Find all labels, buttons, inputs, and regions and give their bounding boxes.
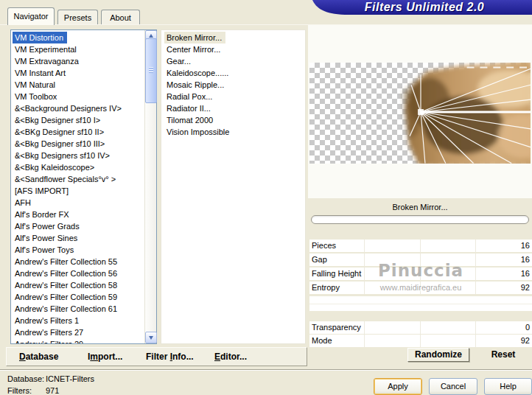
status-filters-label: Filters: <box>7 386 32 395</box>
randomize-button[interactable]: Randomize <box>407 348 469 362</box>
tab-navigator-label: Navigator <box>13 12 48 21</box>
filter-item[interactable]: Radiator II... <box>164 102 214 114</box>
menu-label-part: ditor... <box>220 352 247 362</box>
menu-label-part: Filter <box>146 352 170 362</box>
param-slider-entropy[interactable]: Entropy 92 <box>309 282 532 294</box>
category-list: VM Distortion VM Experimental VM Extrava… <box>10 29 157 344</box>
reset-button[interactable]: Reset <box>483 349 524 362</box>
param-label: Falling Height <box>312 269 361 278</box>
category-item[interactable]: &<Background Designers IV> <box>13 102 125 114</box>
tab-presets-label: Presets <box>64 13 91 22</box>
preview-canvas <box>309 63 531 164</box>
preview-panel <box>308 24 532 198</box>
category-item[interactable]: &<Bkg Kaleidoscope> <box>13 161 98 173</box>
category-scrollbar-track[interactable] <box>144 30 156 343</box>
category-item[interactable]: Alf's Power Grads <box>13 220 83 232</box>
progress-bar <box>311 215 529 224</box>
tab-page-edge <box>0 24 532 25</box>
param-slider-gap[interactable]: Gap 16 <box>309 254 532 266</box>
filter-item[interactable]: Gear... <box>164 55 195 67</box>
category-item[interactable]: VM Extravaganza <box>13 55 83 67</box>
tab-presets[interactable]: Presets <box>57 10 98 25</box>
tab-navigator[interactable]: Navigator <box>7 7 55 25</box>
menu-editor[interactable]: Editor... <box>214 348 247 366</box>
category-item[interactable]: Alf's Power Sines <box>13 232 81 244</box>
param-slider-empty <box>309 296 532 311</box>
filter-item[interactable]: Tilomat 2000 <box>164 114 217 126</box>
category-item[interactable]: Andrew's Filter Collection 61 <box>13 303 121 315</box>
help-button[interactable]: Help <box>484 378 532 395</box>
status-database-label: Database: <box>7 374 44 383</box>
param-slider-falling-height[interactable]: Falling Height 16 <box>309 268 532 280</box>
category-item[interactable]: Andrew's Filters 29 <box>13 338 87 344</box>
category-item[interactable]: &<Sandflower Specials°v° > <box>13 173 119 185</box>
category-item[interactable]: VM Instant Art <box>13 67 69 79</box>
status-filters-value: 971 <box>46 386 59 395</box>
param-slider-transparency[interactable]: Transparency 0 <box>309 321 532 334</box>
category-item[interactable]: VM Natural <box>13 79 59 91</box>
status-database-value: ICNET-Filters <box>46 374 94 383</box>
param-label: Gap <box>312 255 327 264</box>
category-item[interactable]: &<Bkg Designers sf10 IV> <box>13 150 113 161</box>
category-item[interactable]: &<BKg Designer sf10 II> <box>13 126 108 138</box>
menu-mnemonic: D <box>19 352 26 362</box>
cancel-button[interactable]: Cancel <box>429 378 477 395</box>
menu-bar: Database Import... Filter Info... Editor… <box>6 347 307 366</box>
menu-filter-info[interactable]: Filter Info... <box>146 348 194 366</box>
filter-item[interactable]: Center Mirror... <box>164 43 224 55</box>
filter-item[interactable]: Radial Pox... <box>164 91 216 102</box>
filter-item[interactable]: Kaleidoscope...... <box>164 67 232 79</box>
filters-unlimited-dialog: Filters Unlimited 2.0 Navigator Presets … <box>0 0 532 395</box>
param-value: 0 <box>525 323 530 332</box>
category-item[interactable]: Andrew's Filters 27 <box>13 326 87 338</box>
scroll-up-icon <box>149 34 153 38</box>
category-item[interactable]: AFH <box>13 197 35 209</box>
category-item[interactable]: Alf's Border FX <box>13 209 73 220</box>
filter-item-selected[interactable]: Broken Mirror... <box>164 32 225 43</box>
category-item[interactable]: &<Bkg Designer sf10 III> <box>13 138 108 150</box>
tab-about-label: About <box>110 13 131 22</box>
param-label: Transparency <box>312 323 361 332</box>
category-item[interactable]: VM Toolbox <box>13 91 60 102</box>
filter-item[interactable]: Vision Impossible <box>164 126 233 138</box>
category-item[interactable]: Andrew's Filter Collection 58 <box>13 279 121 291</box>
category-item[interactable]: Andrew's Filter Collection 59 <box>13 291 121 303</box>
menu-mnemonic: E <box>214 352 220 362</box>
category-item[interactable]: Andrew's Filters 1 <box>13 315 83 326</box>
menu-label-part: port... <box>98 352 122 362</box>
param-label: Pieces <box>312 241 336 250</box>
param-slider-mode[interactable]: Mode 92 <box>309 335 532 347</box>
param-value: 16 <box>521 255 530 264</box>
param-value: 92 <box>521 283 530 292</box>
menu-database[interactable]: Database <box>19 348 58 366</box>
menu-label-part: atabase <box>26 352 59 362</box>
tab-about[interactable]: About <box>101 10 140 25</box>
param-label: Mode <box>312 336 332 345</box>
menu-mnemonic: m <box>90 352 98 362</box>
category-item[interactable]: Andrew's Filter Collection 56 <box>13 268 121 279</box>
category-item[interactable]: Alf's Power Toys <box>13 244 77 256</box>
category-item[interactable]: Andrew's Filter Collection 55 <box>13 256 121 268</box>
category-item[interactable]: &<Bkg Designer sf10 I> <box>13 114 104 126</box>
category-item[interactable]: [AFS IMPORT] <box>13 185 72 197</box>
app-title: Filters Unlimited 2.0 <box>324 0 525 15</box>
selected-filter-label: Broken Mirror... <box>308 203 532 212</box>
category-item-selected[interactable]: VM Distortion <box>13 32 67 43</box>
scroll-down-icon <box>149 336 153 340</box>
divider <box>309 304 532 304</box>
apply-button[interactable]: Apply <box>374 378 422 395</box>
param-value: 16 <box>521 269 530 278</box>
scroll-down-button[interactable] <box>145 332 157 343</box>
param-slider-pieces[interactable]: Pieces 16 <box>309 240 532 252</box>
preview-image <box>309 63 531 164</box>
category-item[interactable]: VM Experimental <box>13 43 80 55</box>
menu-label-part: nfo... <box>172 352 194 362</box>
filter-list: Broken Mirror... Center Mirror... Gear..… <box>161 29 306 344</box>
param-value: 92 <box>521 336 530 345</box>
scrollbar-thumb[interactable] <box>145 38 157 103</box>
param-value: 16 <box>521 241 530 250</box>
menu-import[interactable]: Import... <box>88 348 122 366</box>
status-divider-highlight <box>0 370 532 371</box>
param-label: Entropy <box>312 283 340 292</box>
filter-item[interactable]: Mosaic Ripple... <box>164 79 228 91</box>
